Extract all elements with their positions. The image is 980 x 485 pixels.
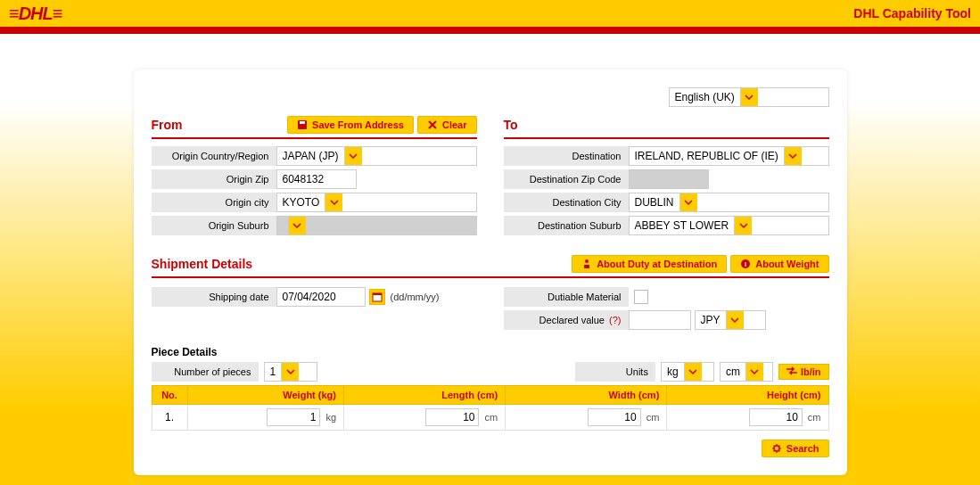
search-button[interactable]: Search (762, 440, 829, 457)
dest-suburb-select[interactable]: ABBEY ST LOWER (629, 216, 829, 235)
row-weight-input[interactable] (267, 408, 320, 426)
chevron-down-icon (288, 217, 306, 234)
col-width: Width (cm) (506, 386, 667, 405)
close-icon (427, 119, 438, 130)
dim-unit-select[interactable]: cm (720, 362, 773, 382)
chevron-down-icon (745, 363, 763, 381)
origin-zip-label: Origin Zip (152, 169, 276, 189)
dutiable-checkbox[interactable] (634, 290, 648, 304)
col-no: No. (152, 386, 187, 405)
svg-rect-1 (300, 121, 305, 124)
from-title: From (152, 118, 183, 132)
main-panel: English (UK) From Save From Address (134, 70, 847, 475)
row-no: 1. (152, 405, 187, 431)
svg-text:i: i (745, 260, 746, 268)
chevron-down-icon (679, 193, 697, 211)
col-weight: Weight (kg) (187, 386, 344, 405)
col-length: Length (cm) (344, 386, 506, 405)
origin-suburb-select[interactable] (276, 216, 477, 235)
declared-value-input[interactable] (629, 310, 691, 330)
dutiable-label: Dutiable Material (504, 287, 629, 307)
units-label: Units (575, 362, 655, 382)
red-divider (0, 27, 980, 34)
dest-city-label: Destination City (504, 193, 629, 212)
svg-point-2 (585, 259, 589, 263)
svg-rect-6 (373, 293, 382, 295)
language-select[interactable]: English (UK) (669, 87, 829, 107)
info-icon: i (740, 259, 751, 269)
chevron-down-icon (684, 363, 702, 381)
chevron-down-icon (734, 217, 752, 234)
origin-country-select[interactable]: JAPAN (JP) (276, 146, 477, 166)
declared-label: Declared value (?) (504, 310, 629, 330)
save-from-address-button[interactable]: Save From Address (287, 116, 414, 134)
table-row: 1. kg cm cm cm (152, 405, 828, 431)
date-hint: (dd/mm/yy) (391, 292, 440, 302)
dest-suburb-label: Destination Suburb (504, 216, 629, 235)
tool-title: DHL Capability Tool (853, 6, 971, 21)
to-section: To Destination Country/Region IRELAND, R… (504, 116, 829, 239)
shipping-date-label: Shipping date (152, 287, 276, 307)
to-title: To (504, 118, 518, 132)
chevron-down-icon (325, 193, 342, 211)
dest-country-select[interactable]: IRELAND, REPUBLIC OF (IE) (629, 146, 829, 166)
app-header: ≡DHL≡ DHL Capability Tool (0, 0, 980, 27)
language-value: English (UK) (670, 88, 740, 106)
weight-unit-select[interactable]: kg (661, 362, 714, 382)
col-height: Height (cm) (667, 386, 828, 405)
shipment-title: Shipment Details (152, 257, 253, 271)
origin-country-label: Origin Country/Region (152, 146, 276, 166)
chevron-down-icon (726, 311, 744, 329)
about-weight-button[interactable]: i About Weight (730, 255, 828, 273)
origin-city-select[interactable]: KYOTO (276, 193, 477, 212)
clear-button[interactable]: Clear (417, 116, 477, 134)
shipping-date-input[interactable] (276, 287, 366, 307)
from-section: From Save From Address Clear (152, 116, 477, 239)
declared-currency-select[interactable]: JPY (695, 310, 766, 330)
swap-icon (786, 366, 797, 377)
dest-city-select[interactable]: DUBLIN (629, 193, 829, 212)
num-pieces-label: Number of pieces (152, 362, 259, 382)
row-width-input[interactable] (588, 408, 641, 426)
dhl-logo: ≡DHL≡ (9, 4, 62, 24)
calendar-icon[interactable] (369, 289, 385, 305)
about-duty-button[interactable]: About Duty at Destination (572, 255, 727, 273)
dest-zip-label: Destination Zip Code (504, 169, 629, 189)
row-length-input[interactable] (425, 408, 479, 426)
origin-suburb-label: Origin Suburb (152, 216, 276, 235)
customs-icon (581, 259, 592, 269)
save-icon (297, 119, 308, 130)
num-pieces-select[interactable]: 1 (264, 362, 317, 382)
chevron-down-icon (281, 363, 299, 381)
chevron-down-icon (784, 147, 802, 165)
dest-country-label: Destination Country/Region (504, 146, 629, 166)
pieces-table: No. Weight (kg) Length (cm) Width (cm) H… (152, 385, 829, 431)
row-height-input[interactable] (749, 408, 803, 426)
dest-zip-input[interactable] (629, 169, 709, 189)
gear-icon (771, 443, 782, 454)
origin-city-label: Origin city (152, 193, 276, 212)
unit-toggle-button[interactable]: lb/in (778, 364, 829, 380)
declared-help-icon[interactable]: (?) (609, 315, 621, 325)
chevron-down-icon (344, 147, 362, 165)
origin-zip-input[interactable] (276, 169, 357, 189)
piece-details-title: Piece Details (152, 346, 829, 358)
chevron-down-icon (740, 88, 758, 106)
